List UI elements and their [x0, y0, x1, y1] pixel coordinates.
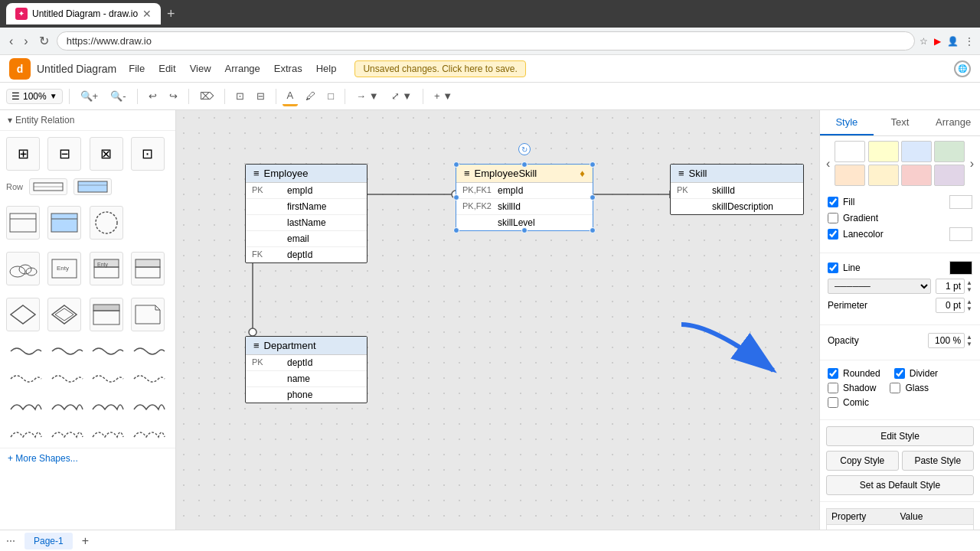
- handle-ml[interactable]: [453, 194, 459, 201]
- handle-mr[interactable]: [590, 194, 596, 201]
- wavy-14[interactable]: [47, 423, 87, 445]
- employeeskill-table[interactable]: ↻ ≡ EmployeeSkill ♦ PK,FK1 empId PK,FK2 …: [456, 164, 593, 231]
- rotate-handle[interactable]: ↻: [518, 143, 531, 155]
- rounded-checkbox[interactable]: [828, 368, 838, 379]
- zoom-control[interactable]: ☰ 100% ▼: [6, 89, 63, 104]
- handle-tr[interactable]: [590, 161, 596, 168]
- color-swatch-4[interactable]: [835, 165, 865, 186]
- entity-shape-1[interactable]: [6, 206, 40, 240]
- line-width-spinner[interactable]: ▲▼: [966, 279, 972, 293]
- tab-arrange[interactable]: Arrange: [926, 110, 980, 135]
- wavy-6[interactable]: [47, 368, 87, 390]
- edit-style-button[interactable]: Edit Style: [826, 426, 974, 446]
- handle-br[interactable]: [590, 227, 596, 233]
- lanecolor-picker[interactable]: [949, 227, 972, 241]
- line-color-button[interactable]: 🖊: [301, 87, 320, 105]
- wavy-7[interactable]: [89, 368, 129, 390]
- divider-checkbox[interactable]: [894, 368, 905, 379]
- handle-bc[interactable]: [521, 227, 528, 233]
- fill-color-button[interactable]: A: [283, 86, 299, 106]
- shadow-button[interactable]: □: [323, 87, 338, 105]
- wavy-4[interactable]: [129, 341, 169, 362]
- wavy-3[interactable]: [89, 341, 129, 362]
- cloud-shape[interactable]: [6, 252, 40, 285]
- line-style-select[interactable]: ──────: [828, 279, 931, 294]
- employee-table[interactable]: ≡ Employee PK empId firstName lastName e…: [245, 164, 368, 263]
- color-swatch-3[interactable]: [934, 141, 965, 162]
- add-page-button[interactable]: +: [82, 534, 89, 548]
- globe-icon[interactable]: 🌐: [954, 60, 971, 77]
- shadow-checkbox[interactable]: [828, 383, 838, 393]
- wavy-11[interactable]: [89, 396, 129, 417]
- colors-next-button[interactable]: ›: [967, 157, 977, 171]
- table-shape-1[interactable]: [90, 298, 123, 331]
- connector-button[interactable]: → ▼: [351, 87, 383, 105]
- note-shape[interactable]: [131, 298, 165, 331]
- row-shape-2[interactable]: [74, 178, 112, 195]
- handle-bl[interactable]: [453, 227, 459, 233]
- copy-style-toolbar-button[interactable]: ⊡: [231, 87, 249, 105]
- canvas-area[interactable]: ≡ Employee PK empId firstName lastName e…: [176, 110, 819, 551]
- youtube-icon[interactable]: ▶: [934, 36, 941, 47]
- nav-back-button[interactable]: ‹: [6, 31, 16, 51]
- wavy-5[interactable]: [6, 368, 46, 390]
- nav-reload-button[interactable]: ↻: [36, 31, 52, 51]
- close-tab-button[interactable]: ✕: [142, 8, 152, 20]
- bookmark-icon[interactable]: ☆: [920, 36, 928, 47]
- undo-button[interactable]: ↩: [144, 87, 162, 105]
- shape-item-3[interactable]: ⊠: [90, 137, 123, 171]
- skill-table[interactable]: ≡ Skill PK skillId skillDescription: [670, 164, 804, 215]
- entity-filled-shape[interactable]: Enty: [90, 252, 123, 285]
- fill-checkbox[interactable]: [828, 197, 838, 207]
- wavy-12[interactable]: [129, 396, 169, 417]
- handle-tc[interactable]: [521, 161, 528, 168]
- profile-icon[interactable]: 👤: [947, 36, 959, 47]
- diamond-shape-2[interactable]: [47, 298, 81, 331]
- line-width-input[interactable]: [936, 279, 965, 294]
- color-swatch-7[interactable]: [934, 165, 965, 186]
- page-1-tab[interactable]: Page-1: [24, 533, 73, 549]
- row-shape-1[interactable]: [29, 178, 67, 195]
- menu-help[interactable]: Help: [310, 60, 343, 77]
- menu-view[interactable]: View: [184, 60, 217, 77]
- line-color-picker[interactable]: [949, 261, 972, 275]
- diamond-shape-1[interactable]: [6, 298, 40, 331]
- tab-style[interactable]: Style: [820, 110, 874, 135]
- wavy-15[interactable]: [89, 423, 129, 445]
- color-swatch-2[interactable]: [901, 141, 932, 162]
- line-checkbox[interactable]: [828, 262, 838, 273]
- tab-text[interactable]: Text: [874, 110, 927, 135]
- entity-shape-3[interactable]: [131, 252, 165, 285]
- shape-item-2[interactable]: ⊟: [47, 137, 81, 171]
- opacity-spinner[interactable]: ▲▼: [966, 334, 972, 347]
- copy-style-button[interactable]: Copy Style: [826, 451, 899, 471]
- wavy-8[interactable]: [129, 368, 169, 390]
- paste-style-toolbar-button[interactable]: ⊟: [252, 87, 270, 105]
- wavy-10[interactable]: [47, 396, 87, 417]
- color-swatch-5[interactable]: [868, 165, 899, 186]
- comic-checkbox[interactable]: [828, 397, 838, 408]
- fill-color-picker[interactable]: [949, 195, 972, 209]
- menu-file[interactable]: File: [122, 60, 151, 77]
- shape-item-4[interactable]: ⊡: [131, 137, 165, 171]
- collapse-icon[interactable]: ▾: [8, 115, 12, 126]
- perimeter-input[interactable]: [936, 298, 965, 313]
- nav-forward-button[interactable]: ›: [21, 31, 31, 51]
- new-tab-button[interactable]: +: [167, 6, 175, 22]
- entity-shape-2[interactable]: [47, 206, 81, 240]
- wavy-2[interactable]: [47, 341, 87, 362]
- color-swatch-0[interactable]: [835, 141, 865, 162]
- menu-arrange[interactable]: Arrange: [219, 60, 266, 77]
- save-notice[interactable]: Unsaved changes. Click here to save.: [354, 60, 525, 77]
- shape-item-1[interactable]: ⊞: [6, 137, 40, 171]
- zoom-in-button[interactable]: 🔍+: [76, 87, 103, 105]
- perimeter-spinner[interactable]: ▲▼: [966, 298, 972, 312]
- wavy-16[interactable]: [129, 423, 169, 445]
- wavy-9[interactable]: [6, 396, 46, 417]
- gradient-checkbox[interactable]: [828, 213, 838, 223]
- menu-icon[interactable]: ⋮: [965, 36, 974, 47]
- department-table[interactable]: ≡ Department PK deptId name phone: [245, 336, 368, 403]
- lanecolor-checkbox[interactable]: [828, 229, 838, 240]
- waypoint-button[interactable]: ⤢ ▼: [387, 87, 416, 105]
- zoom-out-button[interactable]: 🔍-: [106, 87, 130, 105]
